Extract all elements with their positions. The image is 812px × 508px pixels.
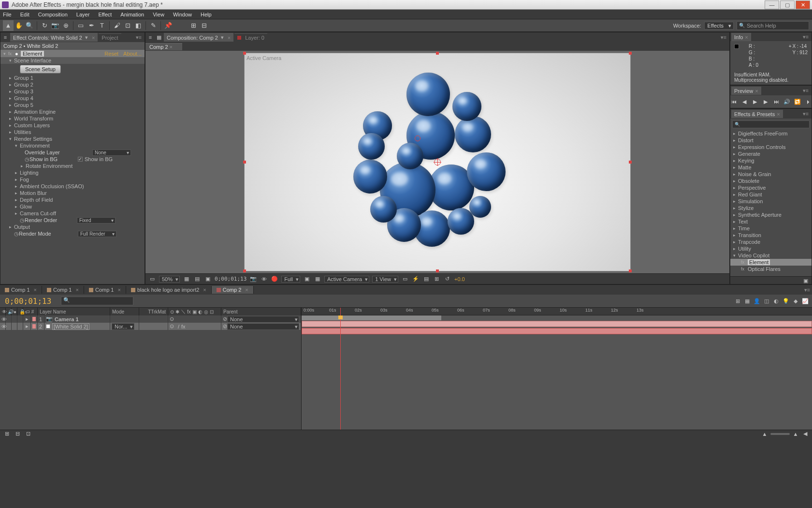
twirl-icon[interactable]: ▸	[15, 170, 20, 175]
view-dropdown[interactable]: Active Camera	[324, 276, 369, 283]
panel-menu-icon[interactable]: ▾≡	[134, 34, 144, 41]
ep-effect-optical-flares[interactable]: fxOptical Flares	[730, 266, 812, 272]
group-label[interactable]: Group 2	[14, 82, 33, 88]
toggle-modes-icon[interactable]: ⊡	[24, 430, 32, 438]
twirl-icon[interactable]: ▸	[9, 82, 14, 87]
menu-effect[interactable]: Effect	[98, 12, 112, 17]
zoom-in-icon[interactable]: ▲	[792, 430, 799, 438]
ep-folder[interactable]: ▸Keying	[730, 157, 812, 164]
comp-mini-flowchart-icon[interactable]: ⊞	[734, 297, 741, 305]
scene-setup-button[interactable]: Scene Setup	[20, 65, 61, 74]
timeline-tab-active[interactable]: Comp 2×	[212, 286, 254, 294]
current-timecode[interactable]: 0;00;01;13	[215, 276, 246, 282]
twirl-icon[interactable]: ▸	[9, 96, 14, 101]
timeline-search-input[interactable]: 🔍	[61, 297, 133, 305]
effects-presets-tab[interactable]: Effects & Presets ×	[731, 110, 783, 118]
timeline-icon[interactable]: ▤	[422, 275, 430, 283]
stopwatch-icon[interactable]: ◷	[20, 217, 25, 224]
twirl-icon[interactable]: ▸	[21, 164, 26, 168]
fast-preview-icon[interactable]: ⚡	[412, 275, 420, 283]
rs-item-label[interactable]: Camera Cut-off	[20, 210, 56, 216]
layer-bar-white-solid[interactable]	[302, 328, 812, 334]
transparency-icon[interactable]: ▦	[314, 275, 321, 283]
brainstorm-icon[interactable]: 💡	[782, 297, 790, 305]
shy-icon[interactable]: 👤	[753, 297, 761, 305]
first-frame-button[interactable]: ⏮	[730, 98, 737, 105]
anchor-point[interactable]	[434, 159, 441, 165]
twirl-icon[interactable]: ▸	[15, 177, 20, 182]
minimize-button[interactable]	[765, 0, 779, 9]
handle[interactable]	[436, 52, 439, 55]
loop-button[interactable]: 🔁	[794, 98, 801, 105]
prev-frame-button[interactable]: ◀	[741, 98, 748, 105]
handle[interactable]	[629, 161, 632, 164]
trkmat-col[interactable]: T TrkMat	[139, 308, 168, 315]
scroll-left-icon[interactable]: ◀	[801, 430, 809, 438]
resolution-dropdown[interactable]: Full	[281, 276, 300, 283]
preview-tab[interactable]: Preview ×	[731, 87, 761, 95]
menu-view[interactable]: View	[153, 12, 164, 17]
menu-file[interactable]: File	[3, 12, 12, 17]
about-link[interactable]: About...	[123, 51, 142, 57]
draft-3d-icon[interactable]: ▦	[743, 297, 751, 305]
rs-item-label[interactable]: Ambient Occlusion (SSAO)	[20, 183, 84, 189]
rs-item-label[interactable]: Depth of Field	[20, 197, 53, 203]
handle[interactable]	[629, 52, 632, 55]
motion-blur-icon[interactable]: ◐	[772, 297, 780, 305]
ep-folder[interactable]: ▸Synthetic Aperture	[730, 211, 812, 218]
parent-dropdown[interactable]: None	[227, 316, 299, 323]
timeline-track-area[interactable]: 0:00s 01s 02s 03s 04s 05s 06s 07s 08s 09…	[302, 308, 812, 430]
override-layer-dropdown[interactable]: None	[92, 149, 131, 156]
handle[interactable]	[436, 269, 439, 272]
clone-tool[interactable]: ⊡	[122, 20, 133, 31]
twirl-icon[interactable]: ▸	[15, 211, 20, 216]
panel-menu-icon[interactable]: ▾≡	[801, 88, 811, 94]
ep-folder[interactable]: ▸Generate	[730, 150, 812, 157]
ep-folder[interactable]: ▸Transition	[730, 232, 812, 239]
current-time-indicator[interactable]	[340, 308, 341, 430]
ep-folder[interactable]: ▸Matte	[730, 164, 812, 171]
menu-help[interactable]: Help	[201, 12, 212, 17]
layer-tab[interactable]: Layer: 0	[234, 33, 267, 42]
twirl-icon[interactable]: ▸	[9, 224, 14, 229]
zoom-dropdown[interactable]: 50%	[159, 276, 180, 283]
effect-name[interactable]: Element	[21, 51, 44, 57]
handle[interactable]	[243, 161, 246, 164]
workspace-dropdown[interactable]: Effects	[704, 22, 734, 30]
prop-label[interactable]: Utilities	[14, 129, 31, 135]
search-help-input[interactable]: Search Help	[737, 21, 809, 30]
ep-folder[interactable]: ▸Obsolete	[730, 178, 812, 184]
group-label[interactable]: Group 4	[14, 95, 33, 101]
rotation-tool[interactable]: ↻	[39, 20, 50, 31]
twirl-icon[interactable]: ▸	[9, 89, 14, 94]
video-col-icon[interactable]: 👁	[0, 308, 6, 315]
effect-controls-tab[interactable]: Effect Controls: White Solid 2▾×	[10, 33, 98, 42]
lock-col-icon[interactable]: 🔒	[17, 308, 23, 315]
ep-folder[interactable]: ▸Red Giant	[730, 191, 812, 198]
twirl-icon[interactable]: ▸	[9, 116, 14, 121]
timeline-tab[interactable]: black hole logo ae import2×	[126, 286, 212, 294]
show-snapshot-icon[interactable]: 👁	[260, 275, 268, 283]
effects-search-input[interactable]	[732, 120, 810, 128]
layer-bar-camera[interactable]	[302, 321, 812, 327]
stopwatch-icon[interactable]: ◷	[25, 156, 29, 163]
rs-item-label[interactable]: Glow	[20, 204, 32, 209]
twirl-icon[interactable]: ▸	[15, 191, 20, 195]
snap-toggle-2[interactable]: ⊟	[199, 20, 209, 31]
ep-folder-open[interactable]: ▾Video Copilot	[730, 252, 812, 259]
group-label[interactable]: Group 5	[14, 102, 33, 108]
prop-label[interactable]: World Transform	[14, 116, 53, 121]
channel-icon[interactable]: 🔴	[271, 275, 278, 283]
menu-window[interactable]: Window	[173, 12, 192, 17]
view-layout-dropdown[interactable]: 1 View	[372, 276, 398, 283]
panel-menu-icon[interactable]: ▾≡	[719, 34, 728, 41]
puppet-tool[interactable]: 📌	[163, 20, 174, 31]
work-area-bar[interactable]	[302, 315, 441, 320]
layer-row-camera[interactable]: 👁 ▸ 1 📷Camera 1 ⊙ ⊘ None	[0, 315, 301, 323]
parent-col[interactable]: Parent	[221, 308, 301, 315]
output-label[interactable]: Output	[14, 224, 30, 230]
time-ruler[interactable]: 0:00s 01s 02s 03s 04s 05s 06s 07s 08s 09…	[302, 308, 812, 315]
handle[interactable]	[243, 269, 246, 272]
twirl-icon[interactable]: ▸	[15, 204, 20, 209]
rectangle-tool[interactable]: ▭	[75, 20, 86, 31]
